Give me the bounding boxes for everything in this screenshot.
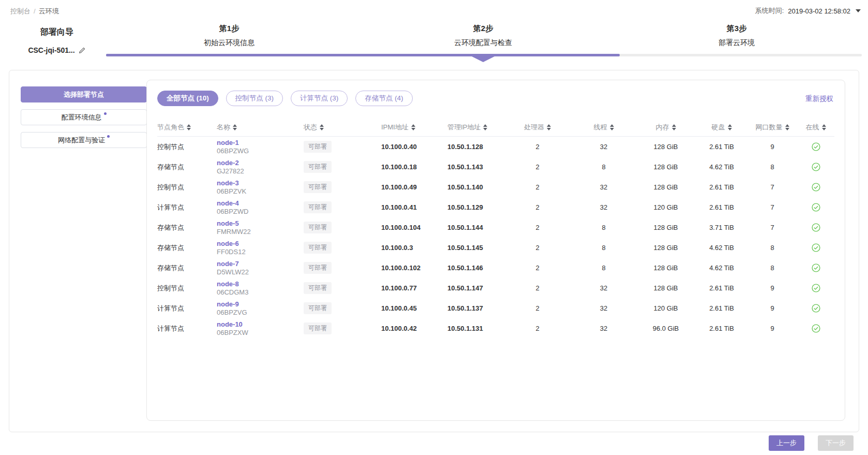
cpu-count: 2 <box>504 304 571 312</box>
ipmi-address: 10.100.0.77 <box>366 284 432 292</box>
system-time-value: 2019-03-02 12:58:02 <box>788 7 850 15</box>
node-filter-tab[interactable]: 控制节点 (3) <box>226 91 283 106</box>
memory-size: 128 GiB <box>637 183 695 191</box>
sort-icon[interactable] <box>411 124 415 130</box>
wizard-footer: 上一步 下一步 <box>769 435 854 451</box>
column-header[interactable]: 状态 <box>289 123 366 132</box>
wizard-nav-item[interactable]: 选择部署节点 <box>21 86 147 102</box>
sort-icon[interactable] <box>547 124 551 130</box>
cloud-env-wizard-screen: 控制台/云环境 系统时间: 2019-03-02 12:58:02 部署向导 C… <box>0 0 868 455</box>
table-row: 存储节点 node-2 GJ27822 可部署 10.100.0.18 10.5… <box>157 157 834 177</box>
cpu-count: 2 <box>504 163 571 171</box>
sort-icon[interactable] <box>233 124 237 130</box>
node-role: 控制节点 <box>157 142 217 152</box>
column-header[interactable]: 处理器 <box>504 123 571 132</box>
node-name-link[interactable]: node-2 <box>217 159 289 167</box>
sort-icon[interactable] <box>672 124 676 130</box>
caret-down-icon[interactable] <box>856 9 861 12</box>
cpu-count: 2 <box>504 244 571 252</box>
wizard-nav-label: 选择部署节点 <box>64 90 104 99</box>
reauthorize-link[interactable]: 重新授权 <box>805 94 833 104</box>
mgmt-ip-address: 10.50.1.144 <box>432 224 504 231</box>
node-role: 计算节点 <box>157 304 217 313</box>
next-step-button[interactable]: 下一步 <box>818 435 854 451</box>
cpu-count: 2 <box>504 264 571 272</box>
sort-icon[interactable] <box>483 124 487 130</box>
sort-icon[interactable] <box>728 124 732 130</box>
node-role: 计算节点 <box>157 324 217 333</box>
check-circle-icon <box>812 203 820 212</box>
column-header[interactable]: 网口数量 <box>749 123 796 132</box>
node-name-link[interactable]: node-1 <box>217 139 289 147</box>
node-name-link[interactable]: node-5 <box>217 219 289 228</box>
node-role: 计算节点 <box>157 203 217 212</box>
mgmt-ip-address: 10.50.1.146 <box>432 264 504 272</box>
node-role: 控制节点 <box>157 284 217 293</box>
sort-icon[interactable] <box>822 124 826 130</box>
node-name-link[interactable]: node-4 <box>217 199 289 208</box>
column-header-label: 状态 <box>304 123 317 132</box>
column-header-label: 名称 <box>217 123 230 132</box>
previous-step-button[interactable]: 上一步 <box>769 435 804 451</box>
pencil-icon <box>79 47 86 54</box>
status-badge: 可部署 <box>304 222 332 233</box>
node-filter-tab[interactable]: 计算节点 (3) <box>291 91 348 106</box>
column-header[interactable]: 内存 <box>637 123 695 132</box>
nic-count: 8 <box>749 264 796 272</box>
column-header[interactable]: 名称 <box>217 123 289 132</box>
nic-count: 7 <box>749 224 796 231</box>
node-name-link[interactable]: node-10 <box>217 320 289 329</box>
node-serial: 06BPZVK <box>217 187 289 196</box>
node-name-link[interactable]: node-6 <box>217 240 289 248</box>
cpu-count: 2 <box>504 224 571 231</box>
sort-icon[interactable] <box>187 124 191 130</box>
node-name-link[interactable]: node-9 <box>217 300 289 309</box>
wizard-nav-item[interactable]: 配置环境信息 <box>21 109 147 125</box>
system-time[interactable]: 系统时间: 2019-03-02 12:58:02 <box>755 6 861 16</box>
node-serial: FF0DS12 <box>217 248 289 256</box>
thread-count: 32 <box>571 183 637 191</box>
nic-count: 7 <box>749 183 796 191</box>
ipmi-address: 10.100.0.41 <box>366 203 432 211</box>
column-header[interactable]: IPMI地址 <box>366 123 432 132</box>
online-status <box>796 324 835 333</box>
status-badge: 可部署 <box>304 141 332 153</box>
column-header[interactable]: 硬盘 <box>695 123 749 132</box>
disk-size: 2.61 TiB <box>695 284 749 292</box>
column-header[interactable]: 管理IP地址 <box>432 123 504 132</box>
column-header[interactable]: 线程 <box>571 123 637 132</box>
node-filter-tab[interactable]: 存储节点 (4) <box>355 91 412 106</box>
disk-size: 3.71 TiB <box>695 224 749 231</box>
system-time-label: 系统时间: <box>755 6 784 16</box>
status-badge: 可部署 <box>304 242 332 254</box>
node-name-link[interactable]: node-8 <box>217 280 289 288</box>
sort-icon[interactable] <box>320 124 324 130</box>
breadcrumb-item-cloud-env[interactable]: 云环境 <box>39 7 59 15</box>
required-dot-icon <box>104 112 107 115</box>
step-number: 第1步 <box>146 24 312 34</box>
step-label: 部署云环境 <box>654 38 819 48</box>
column-header-label: 线程 <box>594 123 607 132</box>
node-name-link[interactable]: node-3 <box>217 179 289 187</box>
sort-icon[interactable] <box>785 124 789 130</box>
column-header[interactable]: 节点角色 <box>157 123 217 132</box>
node-serial: GJ27822 <box>217 167 289 175</box>
memory-size: 128 GiB <box>637 284 695 292</box>
wizard-nav-item[interactable]: 网络配置与验证 <box>21 132 147 148</box>
status-badge: 可部署 <box>304 262 332 274</box>
column-header[interactable]: 在线 <box>796 123 835 132</box>
check-circle-icon <box>812 183 820 192</box>
thread-count: 8 <box>571 224 637 231</box>
mgmt-ip-address: 10.50.1.129 <box>432 203 504 211</box>
ipmi-address: 10.100.0.49 <box>366 183 432 191</box>
column-header-label: 网口数量 <box>756 123 783 132</box>
online-status <box>796 163 835 171</box>
sort-icon[interactable] <box>610 124 614 130</box>
edit-name-button[interactable] <box>79 47 86 54</box>
memory-size: 128 GiB <box>637 244 695 252</box>
node-filter-tab[interactable]: 全部节点 (10) <box>157 91 218 106</box>
breadcrumb: 控制台/云环境 <box>10 7 59 16</box>
breadcrumb-item-console[interactable]: 控制台 <box>10 7 31 15</box>
nic-count: 9 <box>749 143 796 151</box>
node-name-link[interactable]: node-7 <box>217 260 289 268</box>
